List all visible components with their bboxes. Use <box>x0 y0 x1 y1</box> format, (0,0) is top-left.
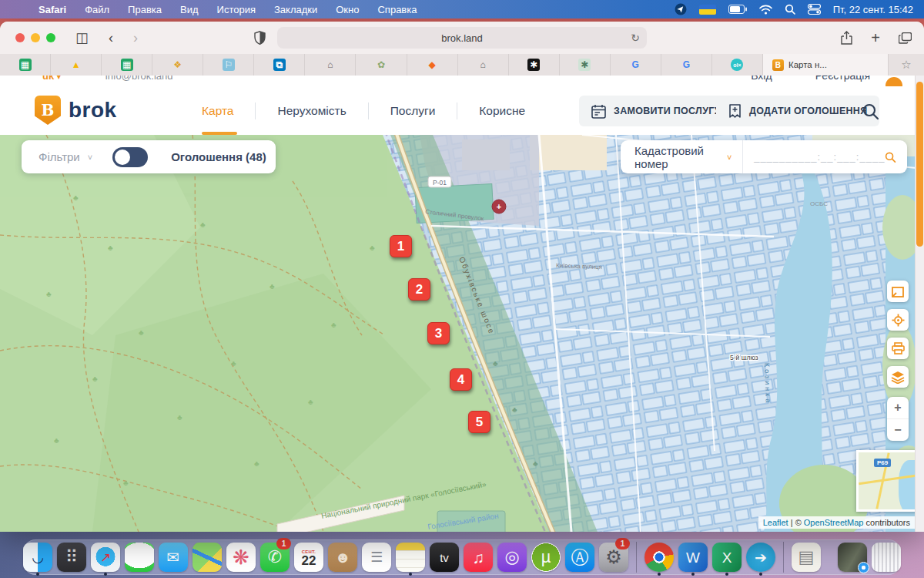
nav-item-4[interactable]: Корисне <box>457 104 547 118</box>
map-marker-5[interactable]: 5 <box>468 411 490 433</box>
favorite-tab-trello[interactable]: ⧉ <box>254 54 305 76</box>
filters-chevron-icon[interactable]: ˅ <box>88 153 92 162</box>
favorite-tab-google[interactable]: G <box>611 54 661 76</box>
fullscreen-control[interactable] <box>887 281 909 302</box>
menu-clock[interactable]: Пт, 22 сент. 15:42 <box>833 4 913 15</box>
map-marker-2[interactable]: 2 <box>408 278 430 301</box>
zoom-in-button[interactable]: + <box>887 397 909 419</box>
layers-control[interactable] <box>887 366 909 388</box>
menu-item-вид[interactable]: Вид <box>180 4 199 15</box>
favorite-tab-bank-building[interactable]: ⌂ <box>305 54 356 76</box>
favorite-tab-openai-light[interactable]: ✱ <box>560 54 611 76</box>
map-marker-3[interactable]: 3 <box>427 322 450 344</box>
dock-facetime[interactable]: ✆1 <box>260 539 290 575</box>
dock-music[interactable]: ♫ <box>464 539 493 575</box>
reload-icon[interactable]: ↻ <box>631 32 640 44</box>
site-search-icon[interactable] <box>862 103 879 120</box>
login-link[interactable]: Вхід <box>751 76 772 82</box>
active-tab[interactable]: B Карта н... <box>763 54 889 76</box>
cadastral-dropdown[interactable]: Кадастровий номер <box>634 144 721 170</box>
dock-safari[interactable]: ↗ <box>91 539 120 575</box>
bookmark-star-icon[interactable]: ☆ <box>889 54 924 76</box>
menu-item-правка[interactable]: Правка <box>128 4 162 15</box>
menu-item-safari[interactable]: Safari <box>38 4 66 15</box>
fullscreen-window-button[interactable] <box>46 33 55 42</box>
favorite-tab-openai-dark[interactable]: ✱ <box>509 54 560 76</box>
dock-image-thumbnail[interactable] <box>838 539 867 575</box>
listings-toggle[interactable] <box>112 147 148 167</box>
page-scrollbar[interactable] <box>915 76 924 532</box>
favorite-tab-google[interactable]: G <box>661 54 712 76</box>
filters-button[interactable]: Фільтри <box>38 150 80 163</box>
favorite-tab-google-drive[interactable]: ▲ <box>51 54 102 76</box>
favorite-tab-ski-app[interactable]: ⚐ <box>203 54 254 76</box>
site-logo[interactable]: B brok <box>35 96 117 125</box>
scrollbar-thumb[interactable] <box>916 82 923 247</box>
contact-email[interactable]: info@brok.land <box>105 76 173 82</box>
dock-reminders[interactable]: ☰ <box>362 539 391 575</box>
listings-count-label[interactable]: Оголошення (48) <box>171 150 266 163</box>
new-tab-button[interactable]: + <box>871 29 880 47</box>
nav-item-2[interactable]: Нерухомість <box>256 104 367 118</box>
dock-maps[interactable] <box>192 539 222 575</box>
dock-excel[interactable]: X <box>712 539 742 575</box>
zoom-out-button[interactable]: − <box>887 419 909 441</box>
dock-notes[interactable] <box>396 539 425 575</box>
url-bar[interactable]: brok.land ↻ <box>277 27 647 49</box>
favorite-tab-google-sheets[interactable]: ▦ <box>102 54 152 76</box>
favorite-tab-orange-cube[interactable]: ◆ <box>407 54 458 76</box>
tab-overview-icon[interactable] <box>899 32 912 44</box>
menu-item-история[interactable]: История <box>217 4 256 15</box>
dock-utorrent[interactable]: µ <box>531 539 561 575</box>
wifi-icon[interactable] <box>759 5 772 15</box>
close-window-button[interactable] <box>15 33 25 42</box>
dock-trash[interactable] <box>872 539 901 575</box>
order-service-button[interactable]: ЗАМОВИТИ ПОСЛУГУ <box>579 96 733 126</box>
favorite-tab-finance-app[interactable]: ❖ <box>152 54 203 76</box>
dock-telegram[interactable]: ➔ <box>746 539 775 575</box>
dock-chrome[interactable] <box>644 539 674 575</box>
share-icon[interactable] <box>841 31 852 45</box>
language-selector[interactable]: uk ▾ <box>42 76 61 82</box>
menu-item-закладки[interactable]: Закладки <box>274 4 317 15</box>
nav-item-1[interactable]: Карта <box>202 104 255 118</box>
cadastral-input[interactable]: __________:__:___:____ <box>754 151 885 163</box>
map-marker-4[interactable]: 4 <box>450 368 472 391</box>
spotlight-search-icon[interactable] <box>785 4 795 15</box>
favorite-tab-olx[interactable]: ol× <box>712 54 763 76</box>
dock-finder[interactable]: ◡ <box>23 539 52 575</box>
dock-podcasts[interactable]: ◎ <box>497 539 527 575</box>
add-listing-button[interactable]: ДОДАТИ ОГОЛОШЕННЯ <box>716 96 879 126</box>
map-canvas[interactable]: ♣♣♣ ♣♣♣ ♣♣♣ ♣♣♣ ♣♣♣ ♣♣♣ <box>0 135 924 532</box>
favorite-tab-bank-building[interactable]: ⌂ <box>458 54 509 76</box>
battery-icon[interactable] <box>728 5 747 14</box>
dock-appstore[interactable]: Ⓐ <box>565 539 594 575</box>
dock-tv[interactable]: tv <box>430 539 459 575</box>
minimize-window-button[interactable] <box>31 33 40 42</box>
control-center-icon[interactable] <box>808 4 821 15</box>
dock-photos[interactable]: ❋ <box>226 539 256 575</box>
menu-item-справка[interactable]: Справка <box>377 4 417 15</box>
dock-messages[interactable] <box>125 539 154 575</box>
menu-item-окно[interactable]: Окно <box>336 4 359 15</box>
dock-document-file[interactable]: ▤ <box>792 539 821 575</box>
locate-control[interactable] <box>887 309 909 331</box>
register-link[interactable]: Реєстрація <box>815 76 870 82</box>
sidebar-toggle-icon[interactable]: ◫ <box>75 31 89 45</box>
location-icon[interactable] <box>675 3 687 15</box>
dock-word[interactable]: W <box>678 539 708 575</box>
cadastral-search-icon[interactable] <box>885 150 896 164</box>
back-button[interactable]: ‹ <box>109 31 113 45</box>
dock-calendar[interactable]: СЕНТ.22 <box>294 539 323 575</box>
cadastral-chevron-icon[interactable]: ˅ <box>727 153 732 162</box>
favorite-tab-google-sheets[interactable]: ▦ <box>0 54 51 76</box>
menu-item-файл[interactable]: Файл <box>85 4 109 15</box>
privacy-shield-icon[interactable] <box>254 31 266 45</box>
osm-link[interactable]: OpenStreetMap <box>804 518 864 527</box>
dock-contacts[interactable]: ☻ <box>328 539 357 575</box>
dock-settings[interactable]: ⚙1 <box>599 539 628 575</box>
dock-mail[interactable]: ✉ <box>159 539 188 575</box>
nav-item-3[interactable]: Послуги <box>369 104 457 118</box>
map-marker-1[interactable]: 1 <box>390 235 412 257</box>
leaflet-link[interactable]: Leaflet <box>763 518 788 527</box>
